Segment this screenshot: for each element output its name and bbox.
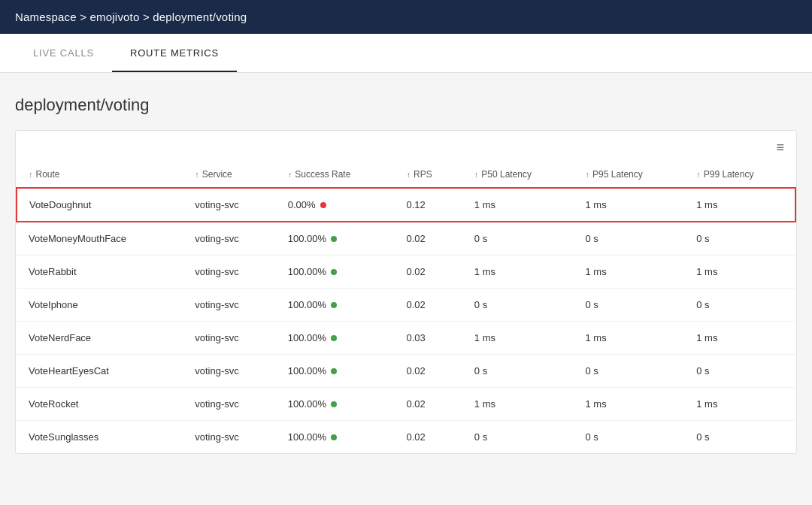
page-title: deployment/voting — [15, 95, 797, 115]
table-header-row: ↑Route ↑Service ↑Success Rate ↑RPS ↑P50 … — [17, 162, 795, 188]
cell-p95: 0 s — [574, 222, 685, 256]
cell-service: voting-svc — [183, 289, 276, 322]
col-p95[interactable]: ↑P95 Latency — [574, 162, 685, 188]
breadcrumb: Namespace > emojivoto > deployment/votin… — [15, 11, 247, 23]
col-success-rate[interactable]: ↑Success Rate — [276, 162, 395, 188]
cell-success-rate: 100.00% — [276, 322, 395, 355]
cell-p99: 1 ms — [684, 256, 795, 289]
tab-route-metrics[interactable]: ROUTE METRICS — [112, 34, 237, 72]
col-p50[interactable]: ↑P50 Latency — [462, 162, 574, 188]
cell-p99: 1 ms — [684, 322, 795, 355]
status-dot — [331, 368, 337, 374]
cell-p95: 0 s — [574, 289, 685, 322]
table-row[interactable]: VoteNerdFace voting-svc 100.00% 0.03 1 m… — [17, 322, 795, 355]
cell-p50: 1 ms — [462, 256, 574, 289]
cell-p99: 0 s — [684, 421, 795, 454]
cell-p99: 1 ms — [684, 388, 795, 421]
cell-route: VoteDoughnut — [17, 188, 183, 222]
cell-rps: 0.02 — [394, 355, 462, 388]
status-dot — [331, 434, 337, 440]
cell-p95: 1 ms — [574, 256, 685, 289]
status-dot — [331, 236, 337, 242]
table-row[interactable]: VoteDoughnut voting-svc 0.00% 0.12 1 ms … — [17, 188, 795, 222]
cell-rps: 0.02 — [394, 421, 462, 454]
cell-p50: 0 s — [462, 222, 574, 256]
cell-success-rate: 100.00% — [276, 355, 395, 388]
cell-success-rate: 100.00% — [276, 256, 395, 289]
cell-p50: 0 s — [462, 289, 574, 322]
status-dot — [331, 401, 337, 407]
cell-p95: 1 ms — [574, 322, 685, 355]
table-row[interactable]: VoteRabbit voting-svc 100.00% 0.02 1 ms … — [17, 256, 795, 289]
cell-p50: 1 ms — [462, 388, 574, 421]
col-route[interactable]: ↑Route — [17, 162, 183, 188]
cell-rps: 0.03 — [394, 322, 462, 355]
status-dot — [331, 302, 337, 308]
cell-route: VoteNerdFace — [17, 322, 183, 355]
cell-route: VoteSunglasses — [17, 421, 183, 454]
cell-success-rate: 100.00% — [276, 222, 395, 256]
cell-success-rate: 100.00% — [276, 289, 395, 322]
cell-route: VoteMoneyMouthFace — [17, 222, 183, 256]
cell-service: voting-svc — [183, 322, 276, 355]
cell-p99: 1 ms — [684, 188, 795, 222]
cell-service: voting-svc — [183, 188, 276, 222]
table-row[interactable]: VoteIphone voting-svc 100.00% 0.02 0 s 0… — [17, 289, 795, 322]
tabs-bar: LIVE CALLS ROUTE METRICS — [0, 34, 812, 73]
cell-rps: 0.12 — [394, 188, 462, 222]
cell-route: VoteHeartEyesCat — [17, 355, 183, 388]
cell-service: voting-svc — [183, 388, 276, 421]
col-rps[interactable]: ↑RPS — [394, 162, 462, 188]
cell-rps: 0.02 — [394, 222, 462, 256]
cell-p95: 1 ms — [574, 188, 685, 222]
cell-service: voting-svc — [183, 421, 276, 454]
cell-success-rate: 100.00% — [276, 421, 395, 454]
cell-route: VoteIphone — [17, 289, 183, 322]
cell-route: VoteRocket — [17, 388, 183, 421]
page-content: deployment/voting ≡ ↑Route ↑Service ↑Suc… — [0, 73, 812, 469]
col-service[interactable]: ↑Service — [183, 162, 276, 188]
table-row[interactable]: VoteHeartEyesCat voting-svc 100.00% 0.02… — [17, 355, 795, 388]
table-row[interactable]: VoteMoneyMouthFace voting-svc 100.00% 0.… — [17, 222, 795, 256]
top-bar: Namespace > emojivoto > deployment/votin… — [0, 0, 812, 34]
status-dot — [331, 269, 337, 275]
cell-service: voting-svc — [183, 222, 276, 256]
cell-p99: 0 s — [684, 222, 795, 256]
cell-p50: 1 ms — [462, 322, 574, 355]
cell-p95: 0 s — [574, 355, 685, 388]
cell-p50: 1 ms — [462, 188, 574, 222]
cell-rps: 0.02 — [394, 289, 462, 322]
filter-icon[interactable]: ≡ — [776, 140, 784, 156]
cell-p95: 0 s — [574, 421, 685, 454]
cell-p50: 0 s — [462, 421, 574, 454]
status-dot — [320, 202, 326, 208]
status-dot — [331, 335, 337, 341]
tab-live-calls[interactable]: LIVE CALLS — [15, 34, 112, 72]
cell-service: voting-svc — [183, 355, 276, 388]
cell-rps: 0.02 — [394, 388, 462, 421]
cell-p99: 0 s — [684, 289, 795, 322]
table-card: ≡ ↑Route ↑Service ↑Success Rate ↑RPS ↑P5… — [15, 130, 797, 454]
cell-success-rate: 100.00% — [276, 388, 395, 421]
cell-p95: 1 ms — [574, 388, 685, 421]
col-p99[interactable]: ↑P99 Latency — [684, 162, 795, 188]
cell-p99: 0 s — [684, 355, 795, 388]
cell-route: VoteRabbit — [17, 256, 183, 289]
cell-success-rate: 0.00% — [276, 188, 395, 222]
metrics-table: ↑Route ↑Service ↑Success Rate ↑RPS ↑P50 … — [16, 162, 796, 453]
table-row[interactable]: VoteSunglasses voting-svc 100.00% 0.02 0… — [17, 421, 795, 454]
table-toolbar: ≡ — [16, 131, 796, 162]
cell-service: voting-svc — [183, 256, 276, 289]
cell-p50: 0 s — [462, 355, 574, 388]
table-row[interactable]: VoteRocket voting-svc 100.00% 0.02 1 ms … — [17, 388, 795, 421]
cell-rps: 0.02 — [394, 256, 462, 289]
